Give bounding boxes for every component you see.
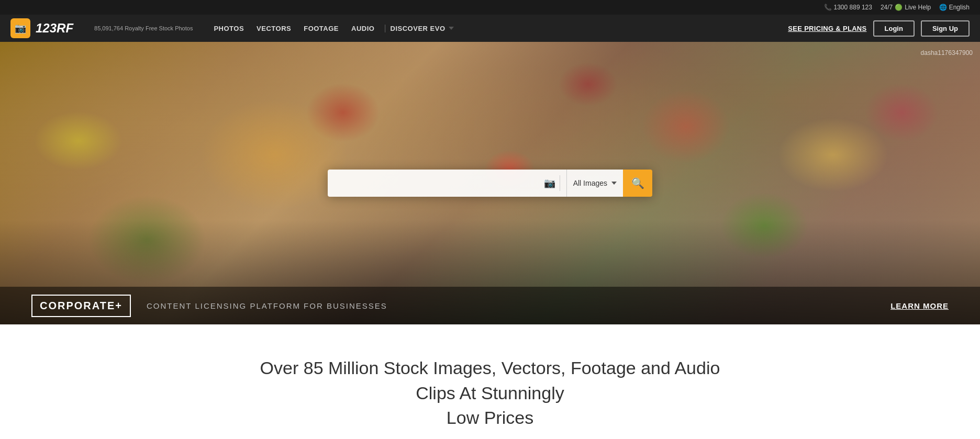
tagline: Over 85 Million Stock Images, Vectors, F… [254, 356, 726, 431]
nav-photos[interactable]: PHOTOS [208, 21, 249, 36]
availability-badge: 24/7 [881, 4, 893, 11]
phone-number: 📞 1300 889 123 [824, 4, 872, 11]
nav-footage[interactable]: FOOTAGE [298, 21, 344, 36]
logo-text[interactable]: 123RF [36, 21, 73, 36]
stock-count-label: 85,091,764 Royalty Free Stock Photos [94, 25, 193, 31]
login-button[interactable]: Login [873, 20, 915, 37]
nav-divider: | [382, 24, 388, 33]
utility-bar: 📞 1300 889 123 24/7 🟢 Live Help 🌐 Englis… [0, 0, 980, 15]
hero-section: dasha1176347900 📷 All Images 🔍 CORPORATE… [0, 42, 980, 324]
search-dropdown[interactable]: All Images [566, 170, 623, 197]
learn-more-link[interactable]: LEARN MORE [890, 301, 949, 310]
nav-audio[interactable]: AUDIO [346, 21, 380, 36]
language-selector[interactable]: 🌐 English [939, 4, 970, 11]
corporate-description: CONTENT LICENSING PLATFORM FOR BUSINESSE… [147, 301, 875, 310]
see-pricing-link[interactable]: SEE PRICING & PLANS [788, 25, 866, 32]
search-container: 📷 All Images 🔍 [328, 170, 652, 197]
search-icon: 🔍 [631, 177, 644, 189]
search-button[interactable]: 🔍 [623, 170, 652, 197]
search-divider [560, 175, 560, 191]
nav-links: PHOTOS VECTORS FOOTAGE AUDIO | DISCOVER … [208, 21, 788, 36]
signup-button[interactable]: Sign Up [921, 20, 970, 37]
logo-area[interactable]: 📷 123RF [10, 18, 73, 38]
nav-vectors[interactable]: VECTORS [251, 21, 296, 36]
corporate-banner: CORPORATE+ CONTENT LICENSING PLATFORM FO… [0, 287, 980, 324]
dropdown-chevron-icon [611, 182, 617, 185]
live-help[interactable]: 24/7 🟢 Live Help [881, 4, 931, 11]
nav-discover[interactable]: DISCOVER EVO [391, 25, 454, 32]
chevron-down-icon [449, 27, 454, 30]
user-hint: dasha1176347900 [921, 49, 973, 57]
nav-right: SEE PRICING & PLANS Login Sign Up [788, 20, 970, 37]
content-section: Over 85 Million Stock Images, Vectors, F… [0, 324, 980, 439]
live-icon: 🟢 [895, 4, 903, 11]
search-input[interactable] [334, 178, 540, 188]
corporate-badge: CORPORATE+ [31, 295, 131, 317]
search-input-wrap: 📷 [328, 170, 566, 197]
logo-icon: 📷 [10, 18, 30, 38]
camera-icon[interactable]: 📷 [544, 177, 555, 189]
main-nav: 📷 123RF 85,091,764 Royalty Free Stock Ph… [0, 15, 980, 42]
